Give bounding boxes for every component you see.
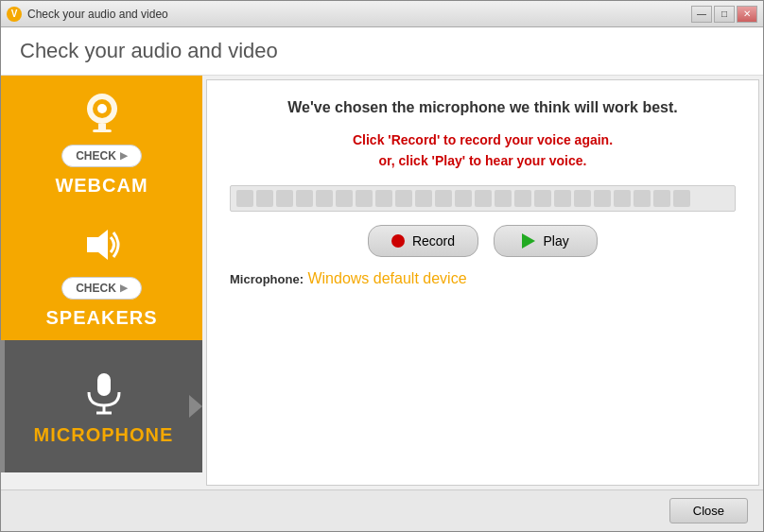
meter-segment: [514, 190, 531, 207]
meter-segment: [455, 190, 472, 207]
microphone-info-label: Microphone:: [230, 272, 304, 286]
minimize-button[interactable]: —: [691, 6, 712, 23]
main-window: V Check your audio and video — □ ✕ Check…: [0, 0, 764, 532]
svg-rect-4: [93, 129, 112, 132]
record-dot-icon: [391, 234, 405, 248]
meter-segment: [336, 190, 353, 207]
meter-segment: [673, 190, 690, 207]
play-button[interactable]: Play: [494, 225, 598, 257]
meter-segment: [276, 190, 293, 207]
microphone-label: MICROPHONE: [34, 424, 174, 446]
title-bar: V Check your audio and video — □ ✕: [1, 1, 763, 27]
meter-segment: [435, 190, 452, 207]
app-icon: V: [7, 7, 22, 22]
webcam-label: WEBCAM: [55, 175, 148, 197]
main-panel: We've chosen the microphone we think wil…: [206, 79, 759, 486]
svg-rect-3: [98, 124, 106, 129]
sidebar-item-speakers[interactable]: CHECK SPEAKERS: [1, 208, 202, 340]
meter-segment: [415, 190, 432, 207]
button-row: Record Play: [230, 225, 736, 257]
sidebar: CHECK WEBCAM CHECK SPEAKERS: [1, 76, 202, 489]
window-title: Check your audio and video: [27, 8, 168, 21]
maximize-button[interactable]: □: [714, 6, 735, 23]
speaker-icon: [78, 220, 127, 269]
meter-segment: [495, 190, 512, 207]
meter-segment: [475, 190, 492, 207]
level-meter: [230, 185, 736, 212]
svg-marker-5: [87, 230, 108, 260]
active-arrow-icon: [189, 395, 202, 418]
meter-segment: [356, 190, 373, 207]
footer: Close: [1, 489, 763, 531]
meter-segment: [614, 190, 631, 207]
meter-segment: [296, 190, 313, 207]
meter-segment: [594, 190, 611, 207]
meter-segment: [395, 190, 412, 207]
record-button[interactable]: Record: [368, 225, 478, 257]
content-area: CHECK WEBCAM CHECK SPEAKERS: [1, 76, 763, 489]
window-controls: — □ ✕: [691, 6, 757, 23]
microphone-info-value: Windows default device: [307, 270, 466, 286]
window-close-button[interactable]: ✕: [737, 6, 757, 23]
meter-segment: [375, 190, 392, 207]
sidebar-item-microphone[interactable]: MICROPHONE: [1, 340, 202, 472]
meter-segment: [236, 190, 253, 207]
speakers-check-button[interactable]: CHECK: [61, 277, 142, 300]
sidebar-item-webcam[interactable]: CHECK WEBCAM: [1, 76, 202, 208]
svg-point-2: [97, 104, 107, 113]
microphone-info: Microphone: Windows default device: [230, 270, 736, 287]
webcam-check-button[interactable]: CHECK: [61, 145, 142, 167]
main-heading: We've chosen the microphone we think wil…: [230, 99, 736, 116]
meter-segment: [653, 190, 670, 207]
meter-segment: [256, 190, 273, 207]
instruction-text: Click 'Record' to record your voice agai…: [230, 129, 736, 172]
meter-segment: [316, 190, 333, 207]
title-bar-left: V Check your audio and video: [7, 7, 168, 22]
svg-rect-6: [97, 373, 111, 396]
close-button[interactable]: Close: [669, 498, 748, 523]
webcam-icon: [78, 88, 127, 137]
meter-segment: [574, 190, 591, 207]
page-title: Check your audio and video: [1, 27, 763, 76]
meter-segment: [534, 190, 551, 207]
meter-segment: [634, 190, 651, 207]
speakers-label: SPEAKERS: [45, 307, 157, 329]
meter-segment: [554, 190, 571, 207]
play-triangle-icon: [522, 233, 535, 249]
microphone-icon: [79, 368, 129, 417]
